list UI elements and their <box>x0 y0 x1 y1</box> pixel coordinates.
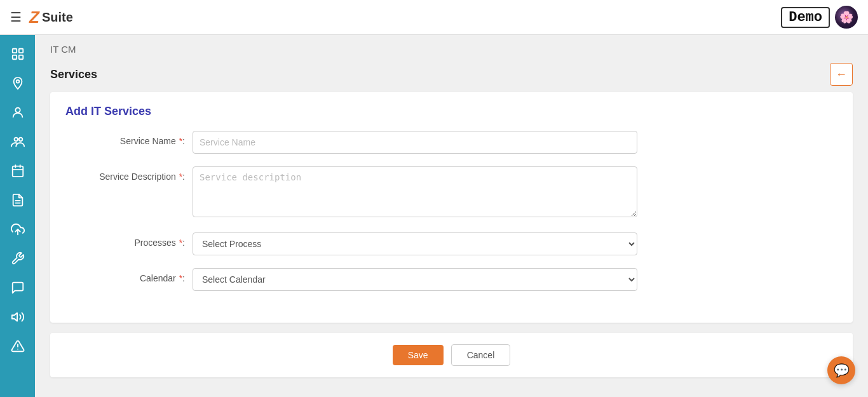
service-description-input[interactable] <box>193 166 637 217</box>
service-description-required: * <box>177 172 182 182</box>
cancel-button[interactable]: Cancel <box>451 344 511 366</box>
service-description-row: Service Description *: <box>65 166 837 220</box>
back-button[interactable]: ← <box>830 63 853 86</box>
main-layout: IT CM Services ← Add IT Services Service… <box>0 35 868 397</box>
sidebar-item-message[interactable] <box>5 275 31 300</box>
service-name-input[interactable] <box>193 131 637 154</box>
calendar-select[interactable]: Select Calendar <box>193 268 637 291</box>
logo-suite-text: Suite <box>42 10 73 25</box>
sidebar-item-users[interactable] <box>5 100 31 125</box>
avatar[interactable]: 🌸 <box>835 6 858 29</box>
header-left: ☰ Z Suite <box>10 8 73 27</box>
processes-row: Processes *: Select Process <box>65 232 837 255</box>
header: ☰ Z Suite Demo 🌸 <box>0 0 868 35</box>
sidebar-item-reports[interactable] <box>5 187 31 213</box>
header-right: Demo 🌸 <box>781 6 858 29</box>
hamburger-icon[interactable]: ☰ <box>10 10 22 25</box>
service-name-required: * <box>177 136 182 146</box>
calendar-control: Select Calendar <box>193 268 637 291</box>
processes-select[interactable]: Select Process <box>193 232 637 255</box>
svg-point-6 <box>18 138 22 142</box>
svg-rect-7 <box>12 166 23 177</box>
sidebar-item-calendar[interactable] <box>5 158 31 184</box>
service-name-control <box>193 131 637 154</box>
sidebar-item-location[interactable] <box>5 71 31 96</box>
sidebar-item-upload[interactable] <box>5 217 31 242</box>
chat-bubble[interactable]: 💬 <box>827 356 855 384</box>
logo-z-icon: Z <box>29 8 39 27</box>
calendar-required: * <box>177 273 182 283</box>
svg-point-5 <box>14 138 18 142</box>
logo: Z Suite <box>29 8 73 27</box>
svg-rect-0 <box>12 49 16 53</box>
service-name-row: Service Name *: <box>65 131 837 154</box>
sidebar-item-warning[interactable] <box>5 333 31 359</box>
processes-label: Processes *: <box>65 232 193 248</box>
sidebar-item-dashboard[interactable] <box>5 41 31 67</box>
sidebar-item-tools[interactable] <box>5 246 31 271</box>
sidebar <box>0 35 35 397</box>
sidebar-item-group[interactable] <box>5 129 31 154</box>
service-name-label: Service Name *: <box>65 131 193 146</box>
breadcrumb: IT CM <box>35 35 868 59</box>
calendar-label: Calendar *: <box>65 268 193 283</box>
svg-rect-3 <box>18 55 22 59</box>
service-description-control <box>193 166 637 220</box>
save-button[interactable]: Save <box>393 345 444 365</box>
processes-required: * <box>177 238 182 248</box>
demo-label: Demo <box>781 7 830 28</box>
service-description-label: Service Description *: <box>65 166 193 182</box>
calendar-row: Calendar *: Select Calendar <box>65 268 837 291</box>
svg-rect-2 <box>12 55 16 59</box>
services-title: Services <box>50 68 97 81</box>
breadcrumb-text: IT CM <box>50 44 76 55</box>
processes-control: Select Process <box>193 232 637 255</box>
content-area: IT CM Services ← Add IT Services Service… <box>35 35 868 397</box>
action-bar: Save Cancel <box>50 333 853 377</box>
form-card-title: Add IT Services <box>65 105 837 118</box>
svg-marker-14 <box>11 313 17 321</box>
services-header: Services ← <box>35 59 868 92</box>
form-card: Add IT Services Service Name *: Service … <box>50 92 853 323</box>
sidebar-item-megaphone[interactable] <box>5 304 31 330</box>
svg-point-4 <box>15 108 20 112</box>
svg-rect-1 <box>18 49 22 53</box>
